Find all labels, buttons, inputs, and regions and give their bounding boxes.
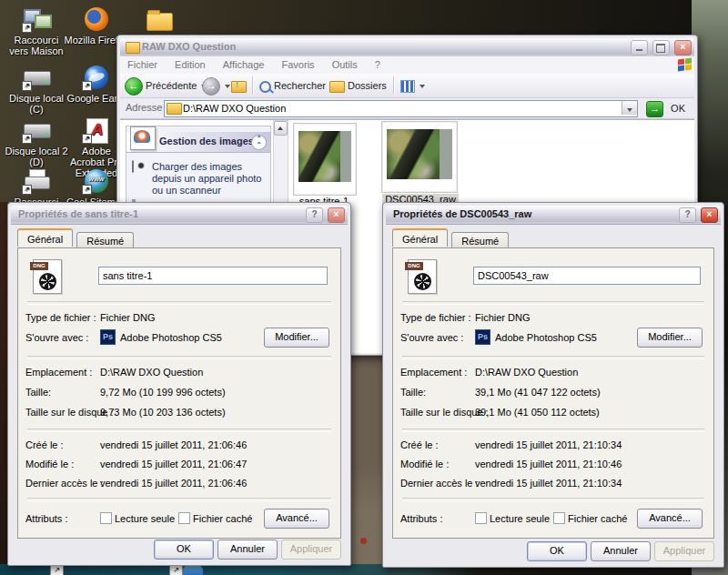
shortcut-arrow-icon: ↗ [170, 566, 182, 575]
close-button[interactable]: × [701, 207, 718, 223]
address-dropdown-button[interactable] [622, 101, 637, 115]
separator [27, 301, 331, 305]
explorer-title-bar[interactable]: RAW DXO Question × [120, 38, 694, 57]
thumbnail-image [387, 129, 452, 179]
desktop-icon-local-disk-c[interactable]: ↗ Disque local (C) [4, 64, 69, 115]
forward-icon: → [202, 77, 220, 96]
minimize-button[interactable] [631, 40, 648, 55]
forward-button[interactable]: → [202, 77, 232, 94]
tab-resume[interactable]: Résumé [451, 232, 509, 248]
menu-outils[interactable]: Outils [325, 56, 365, 70]
cancel-button[interactable]: Annuler [591, 541, 651, 561]
chevron-down-icon[interactable] [225, 85, 230, 88]
ok-button[interactable]: OK [527, 541, 587, 561]
toolbar-separator [393, 76, 395, 95]
attributes-label: Attributs : [25, 513, 67, 524]
scroll-up-button[interactable] [274, 121, 288, 136]
separator [27, 498, 331, 501]
modify-button[interactable]: Modifier... [264, 328, 329, 348]
tab-general[interactable]: Général [392, 228, 448, 247]
created-value: vendredi 15 juillet 2011, 21:06:46 [100, 439, 247, 450]
close-button[interactable]: × [674, 40, 692, 55]
go-label: OK [671, 103, 685, 114]
size-label: Taille: [400, 387, 426, 398]
advanced-button[interactable]: Avancé... [637, 509, 703, 529]
hidden-desktop-icon-fragment[interactable]: ↗ [169, 565, 183, 575]
task-get-images[interactable]: Charger des images depuis un appareil ph… [132, 161, 265, 197]
dialog-title-bar[interactable]: Propriétés de DSC00543_raw ? × [386, 206, 721, 225]
hidden-desktop-icon-fragment[interactable]: ↗ [50, 565, 64, 575]
hidden-desktop-icon-fragment[interactable] [183, 565, 203, 575]
icon-label: Disque local (C) [4, 93, 69, 115]
close-button[interactable]: × [328, 207, 345, 223]
desktop-icon-folder[interactable] [126, 7, 191, 36]
chevron-down-icon [627, 108, 632, 112]
filename-input[interactable] [98, 267, 328, 285]
ok-button[interactable]: OK [154, 540, 214, 560]
folder-icon [126, 42, 140, 54]
address-input[interactable]: D:\RAW DXO Question [164, 100, 638, 117]
desktop-icon-local-disk-2-d[interactable]: ↗ Disque local 2 (D) [4, 116, 69, 167]
separator [402, 429, 704, 432]
up-button[interactable]: ↑ [231, 77, 247, 94]
google-earth-icon: ↗ [82, 64, 111, 91]
search-button[interactable]: Rechercher [259, 77, 326, 94]
dialog-title-bar[interactable]: Propriétés de sans titre-1 ? × [11, 206, 348, 225]
back-icon: ← [125, 77, 143, 96]
help-button[interactable]: ? [306, 207, 323, 223]
readonly-checkbox[interactable] [100, 512, 112, 524]
go-button[interactable]: → [646, 101, 663, 117]
tab-strip: Général Résumé [392, 228, 510, 247]
collapse-chevron-icon[interactable]: ⌃⌃ [251, 135, 267, 150]
menu-favoris[interactable]: Favoris [275, 56, 322, 70]
hidden-checkbox[interactable] [178, 512, 190, 524]
readonly-label: Lecture seule [490, 513, 550, 524]
icon-label: Disque local 2 (D) [4, 146, 69, 167]
task-pane-header[interactable]: Gestion des images ⌃⌃ [126, 132, 270, 153]
hidden-checkbox[interactable] [553, 512, 565, 524]
created-value: vendredi 15 juillet 2011, 21:10:34 [475, 439, 622, 450]
network-home-icon: ↗ [22, 5, 51, 33]
help-button[interactable]: ? [679, 207, 696, 223]
chevron-down-icon[interactable] [420, 85, 425, 88]
modify-button[interactable]: Modifier... [637, 328, 703, 348]
dng-badge: DNG [30, 262, 48, 270]
properties-dialog-sans-titre-1: Propriétés de sans titre-1 ? × Général R… [7, 202, 351, 566]
type-label: Type de fichier : [25, 312, 96, 323]
size-value: 39,1 Mo (41 047 122 octets) [475, 387, 601, 398]
cancel-button[interactable]: Annuler [217, 540, 278, 560]
search-label: Rechercher [274, 80, 326, 91]
shortcut-arrow-icon: ↗ [22, 134, 32, 144]
acrobat-icon: A↗ [82, 116, 111, 144]
menu-affichage[interactable]: Affichage [216, 56, 272, 70]
back-button[interactable]: ← Précédente [125, 77, 208, 94]
tab-resume[interactable]: Résumé [76, 232, 134, 248]
apply-button[interactable]: Appliquer [281, 540, 341, 560]
maximize-button[interactable] [652, 40, 670, 55]
apply-button[interactable]: Appliquer [654, 541, 714, 561]
separator [27, 429, 331, 432]
folders-button[interactable]: Dossiers [329, 77, 387, 94]
aperture-icon [39, 273, 56, 290]
location-value: D:\RAW DXO Question [475, 367, 578, 378]
tab-general[interactable]: Général [17, 228, 73, 247]
menu-edition[interactable]: Edition [167, 56, 213, 70]
advanced-button[interactable]: Avancé... [264, 509, 329, 529]
menu-fichier[interactable]: Fichier [120, 56, 165, 70]
wallpaper-red-dot [360, 538, 367, 544]
views-button[interactable] [400, 77, 427, 94]
file-thumbnail-sans-titre-1[interactable] [293, 123, 357, 196]
desktop-icon-home-shortcut[interactable]: ↗ Raccourci vers Maison [4, 5, 69, 56]
filename-input[interactable] [473, 267, 701, 285]
camera-icon [132, 161, 134, 173]
general-tab-panel: DNG Type de fichier : Fichier DNG S'ouvr… [17, 247, 341, 539]
menu-help[interactable]: ? [368, 56, 388, 70]
created-label: Créé le : [400, 439, 439, 450]
dng-file-icon: DNG [408, 259, 437, 294]
properties-dialog-dsc00543-raw: Propriétés de DSC00543_raw ? × Général R… [382, 202, 724, 568]
folder-up-icon: ↑ [231, 81, 247, 93]
folders-icon [329, 81, 345, 93]
readonly-checkbox[interactable] [475, 512, 487, 524]
shortcut-arrow-icon: ↗ [82, 81, 92, 91]
file-thumbnail-dsc00543-raw[interactable] [381, 121, 458, 193]
